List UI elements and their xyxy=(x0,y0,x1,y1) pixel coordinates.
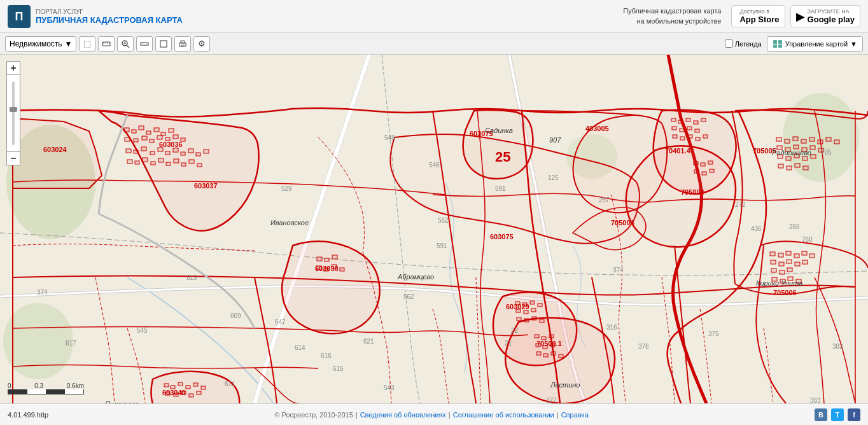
svg-rect-125 xyxy=(802,260,808,264)
twitter-icon[interactable]: T xyxy=(831,408,844,421)
svg-rect-126 xyxy=(771,268,776,272)
footer-version: 4.01.499.http xyxy=(8,411,48,419)
svg-rect-100 xyxy=(559,354,563,358)
svg-rect-71 xyxy=(178,382,183,386)
mobile-promo-line1: Публичная кадастровая карта xyxy=(623,6,721,16)
svg-rect-132 xyxy=(796,279,801,283)
svg-rect-11 xyxy=(141,43,148,45)
legend-label: Легенда xyxy=(735,40,762,48)
svg-rect-103 xyxy=(686,118,690,122)
ruler-btn[interactable] xyxy=(136,36,153,52)
scale-label-03: 0.3 xyxy=(34,382,43,389)
svg-rect-160 xyxy=(702,172,706,175)
svg-rect-128 xyxy=(787,268,792,272)
scale-line xyxy=(8,389,84,394)
googleplay-button[interactable]: ▶ ЗАГРУЗИТЕ НА Google play xyxy=(790,5,860,27)
facebook-icon[interactable]: f xyxy=(848,408,860,421)
googleplay-label-group: ЗАГРУЗИТЕ НА Google play xyxy=(808,8,855,24)
vk-icon[interactable]: В xyxy=(815,408,827,421)
svg-rect-72 xyxy=(186,386,190,389)
svg-rect-144 xyxy=(802,148,807,151)
svg-rect-28 xyxy=(139,126,144,130)
svg-rect-68 xyxy=(340,268,344,271)
svg-rect-48 xyxy=(181,152,185,155)
property-type-dropdown[interactable]: Недвижимость ▼ xyxy=(5,36,76,52)
zoom-rect-btn[interactable] xyxy=(117,36,134,52)
svg-rect-57 xyxy=(166,162,171,165)
zoom-slider-container[interactable] xyxy=(6,75,20,151)
svg-rect-79 xyxy=(197,391,201,394)
map-title: ПУБЛИЧНАЯ КАДАСТРОВАЯ КАРТА xyxy=(36,15,183,25)
svg-rect-49 xyxy=(188,149,193,153)
svg-rect-101 xyxy=(671,118,676,122)
svg-rect-53 xyxy=(135,161,139,164)
footer-sep-1: | xyxy=(356,411,358,419)
measure-tool-btn[interactable] xyxy=(98,36,115,52)
select-tool-btn[interactable]: ⬚ xyxy=(79,36,95,52)
svg-rect-102 xyxy=(678,120,683,123)
footer-link-updates[interactable]: Сведения об обновлениях xyxy=(360,411,446,419)
svg-rect-39 xyxy=(173,135,178,139)
svg-rect-143 xyxy=(794,145,799,149)
svg-rect-17 xyxy=(773,40,777,44)
svg-rect-134 xyxy=(785,139,790,143)
portal-label: ПОРТАЛ УСЛУГ xyxy=(36,8,183,15)
svg-rect-85 xyxy=(524,310,528,314)
svg-rect-137 xyxy=(809,137,815,141)
logo-icon: П xyxy=(8,5,31,28)
svg-rect-84 xyxy=(516,309,521,312)
header-right: Публичная кадастровая карта на мобильном… xyxy=(623,5,860,27)
svg-rect-83 xyxy=(538,303,542,307)
zoom-slider-track xyxy=(12,81,15,145)
svg-rect-54 xyxy=(143,158,148,162)
svg-rect-12 xyxy=(160,41,167,47)
print-btn[interactable] xyxy=(174,36,191,52)
svg-rect-44 xyxy=(150,151,155,155)
svg-rect-118 xyxy=(794,254,799,258)
svg-rect-27 xyxy=(132,130,136,133)
legend-checkbox[interactable] xyxy=(725,39,733,48)
svg-rect-42 xyxy=(134,150,138,153)
appstore-button[interactable]: Доступно в App Store xyxy=(731,5,785,27)
map-container[interactable]: 603024 603036 603037 603038 603040 60307… xyxy=(0,55,868,403)
svg-rect-55 xyxy=(151,162,155,165)
footer-link-help[interactable]: Справка xyxy=(561,411,589,419)
svg-rect-29 xyxy=(146,131,151,134)
zoom-slider-thumb[interactable] xyxy=(10,107,17,112)
svg-rect-34 xyxy=(134,139,138,142)
scale-seg-3 xyxy=(46,389,65,394)
svg-rect-80 xyxy=(515,302,520,305)
manage-map-label: Управление картой xyxy=(785,40,848,48)
svg-rect-87 xyxy=(517,317,521,321)
store-buttons: Доступно в App Store ▶ ЗАГРУЗИТЕ НА Goog… xyxy=(731,5,860,27)
settings-btn[interactable]: ⚙ xyxy=(193,36,210,52)
svg-rect-94 xyxy=(536,344,540,347)
svg-rect-107 xyxy=(680,129,684,132)
svg-rect-113 xyxy=(696,137,700,141)
area-btn[interactable] xyxy=(155,36,172,52)
zoom-out-button[interactable]: − xyxy=(6,151,20,165)
svg-text:П: П xyxy=(15,10,24,23)
svg-rect-145 xyxy=(810,146,815,150)
footer-copyright: © Росреестр, 2010-2015 xyxy=(274,411,353,419)
manage-map-button[interactable]: Управление картой ▼ xyxy=(767,36,863,52)
svg-rect-63 xyxy=(325,258,329,261)
svg-rect-105 xyxy=(701,118,706,122)
svg-rect-129 xyxy=(772,277,777,281)
svg-rect-60 xyxy=(189,160,194,164)
svg-rect-30 xyxy=(154,128,159,132)
zoom-in-button[interactable]: + xyxy=(6,61,20,75)
svg-rect-75 xyxy=(165,392,170,395)
appstore-name: App Store xyxy=(739,15,779,24)
svg-rect-66 xyxy=(324,268,328,271)
svg-rect-95 xyxy=(543,345,547,349)
svg-rect-67 xyxy=(332,265,337,268)
svg-rect-155 xyxy=(803,166,808,170)
svg-rect-46 xyxy=(165,151,170,155)
legend-checkbox-label[interactable]: Легенда xyxy=(725,39,762,48)
svg-line-8 xyxy=(127,45,129,48)
mobile-promo: Публичная кадастровая карта на мобильном… xyxy=(623,6,721,26)
footer-link-agreement[interactable]: Соглашение об использовании xyxy=(453,411,554,419)
toolbar-right: Легенда Управление картой ▼ xyxy=(725,36,863,52)
svg-rect-106 xyxy=(672,127,676,130)
